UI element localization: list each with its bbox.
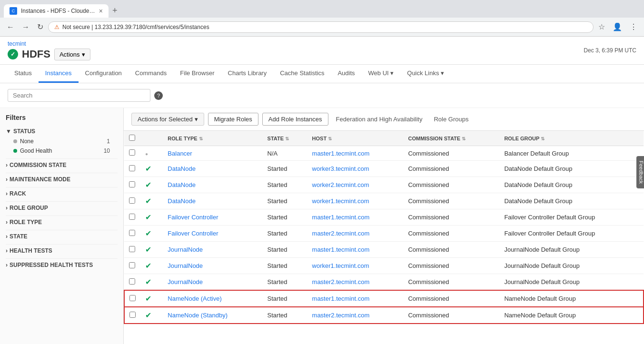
row-role-type-cell: Balancer	[163, 146, 262, 161]
host-link[interactable]: master1.tecmint.com	[312, 246, 370, 253]
row-checkbox[interactable]	[129, 295, 136, 301]
tab-file-browser[interactable]: File Browser	[173, 65, 221, 83]
filter-status-header[interactable]: ▼ STATUS	[6, 126, 118, 137]
host-link[interactable]: worker1.tecmint.com	[312, 262, 369, 269]
bookmark-button[interactable]: ☆	[595, 20, 608, 33]
tab-status[interactable]: Status	[8, 65, 39, 83]
row-state-cell: N/A	[263, 146, 307, 161]
role-type-link[interactable]: JournalNode	[168, 246, 203, 253]
row-checkbox[interactable]	[129, 246, 135, 252]
col-role-group[interactable]: Role Group ⇅	[499, 131, 644, 146]
filter-maintenance-mode[interactable]: › MAINTENANCE MODE	[6, 173, 118, 185]
tab-commands[interactable]: Commands	[129, 65, 173, 83]
filter-status-none[interactable]: None 1	[6, 137, 118, 146]
search-input[interactable]	[8, 89, 150, 102]
host-link[interactable]: master1.tecmint.com	[312, 214, 370, 221]
filter-health-tests[interactable]: › HEALTH TESTS	[6, 244, 118, 256]
browser-tab[interactable]: C Instances - HDFS - Cloudera Ma... ×	[4, 4, 109, 18]
filter-status-good[interactable]: Good Health 10	[6, 146, 118, 156]
host-link[interactable]: worker3.tecmint.com	[312, 165, 369, 172]
refresh-button[interactable]: ↻	[34, 20, 46, 33]
tab-quick-links[interactable]: Quick Links ▾	[400, 65, 451, 83]
browser-controls: ← → ↻ ⚠ Not secure | 13.233.129.39:7180/…	[0, 18, 644, 36]
tab-charts-library[interactable]: Charts Library	[221, 65, 274, 83]
tab-title: Instances - HDFS - Cloudera Ma...	[21, 8, 95, 14]
migrate-roles-button[interactable]: Migrate Roles	[208, 113, 258, 126]
role-type-link[interactable]: DataNode	[168, 165, 196, 172]
role-type-link[interactable]: DataNode	[168, 181, 196, 188]
tab-configuration[interactable]: Configuration	[79, 65, 129, 83]
federation-ha-button[interactable]: Federation and High Availability	[332, 113, 426, 125]
instances-toolbar: Actions for Selected ▾ Migrate Roles Add…	[124, 108, 644, 131]
table-row: ✔ DataNode Started worker1.tecmint.com C…	[124, 193, 644, 209]
row-role-type-cell: JournalNode	[163, 258, 262, 274]
host-link[interactable]: worker2.tecmint.com	[312, 181, 369, 188]
tab-instances[interactable]: Instances	[39, 65, 79, 83]
host-link[interactable]: master1.tecmint.com	[312, 295, 370, 302]
row-checkbox[interactable]	[129, 181, 135, 187]
role-type-link[interactable]: Failover Controller	[168, 214, 218, 221]
actions-button[interactable]: Actions ▾	[54, 49, 90, 60]
role-type-link[interactable]: DataNode	[168, 197, 196, 205]
status-green-icon: ✔	[145, 229, 151, 237]
row-checkbox[interactable]	[129, 262, 135, 268]
row-role-group-cell: DataNode Default Group	[499, 177, 644, 193]
row-commission-cell: Commissioned	[403, 258, 499, 274]
row-status-cell: ✔	[140, 258, 163, 274]
row-state-cell: Started	[263, 258, 307, 274]
tab-web-ui[interactable]: Web UI ▾	[362, 65, 401, 83]
row-checkbox[interactable]	[129, 214, 135, 220]
row-checkbox[interactable]	[129, 230, 135, 236]
help-icon[interactable]: ?	[154, 91, 163, 100]
row-host-cell: master2.tecmint.com	[307, 226, 404, 242]
tab-audits[interactable]: Audits	[331, 65, 361, 83]
role-groups-button[interactable]: Role Groups	[430, 113, 472, 125]
row-checkbox[interactable]	[129, 312, 136, 318]
col-role-type[interactable]: Role Type ⇅	[163, 131, 262, 146]
row-checkbox[interactable]	[129, 165, 135, 171]
col-host[interactable]: Host ⇅	[307, 131, 404, 146]
filter-rack[interactable]: › RACK	[6, 187, 118, 199]
actions-for-selected-button[interactable]: Actions for Selected ▾	[131, 113, 204, 126]
row-role-type-cell: JournalNode	[163, 274, 262, 291]
tab-close-button[interactable]: ×	[99, 7, 103, 15]
profile-button[interactable]: 👤	[610, 20, 625, 33]
host-link[interactable]: master2.tecmint.com	[312, 278, 370, 285]
col-commission-state[interactable]: Commission State ⇅	[403, 131, 499, 146]
col-state[interactable]: State ⇅	[263, 131, 307, 146]
instances-table: Role Type ⇅ State ⇅ Host ⇅ Commission St…	[124, 131, 644, 324]
role-type-link[interactable]: NameNode (Standby)	[168, 312, 228, 319]
filter-role-type[interactable]: › ROLE TYPE	[6, 216, 118, 228]
status-green-icon: ✔	[145, 262, 151, 270]
forward-button[interactable]: →	[19, 21, 32, 33]
add-role-instances-button[interactable]: Add Role Instances	[262, 113, 328, 126]
role-type-link[interactable]: Failover Controller	[168, 230, 218, 237]
filter-commission-state[interactable]: › COMMISSION STATE	[6, 158, 118, 171]
tab-cache-statistics[interactable]: Cache Statistics	[273, 65, 331, 83]
back-button[interactable]: ←	[4, 21, 17, 33]
row-checkbox[interactable]	[129, 278, 135, 285]
filter-state[interactable]: › STATE	[6, 230, 118, 242]
host-link[interactable]: master2.tecmint.com	[312, 230, 370, 237]
host-link[interactable]: master1.tecmint.com	[312, 150, 370, 157]
role-type-link[interactable]: JournalNode	[168, 278, 203, 285]
feedback-tab[interactable]: Feedback	[636, 156, 644, 188]
filter-suppressed-health-tests[interactable]: › SUPPRESSED HEALTH TESTS	[6, 258, 118, 271]
org-name: tecmint	[8, 40, 90, 47]
status-green-icon: ✔	[145, 165, 151, 173]
role-type-link[interactable]: NameNode (Active)	[168, 295, 221, 302]
new-tab-button[interactable]: +	[109, 4, 121, 18]
menu-button[interactable]: ⋮	[627, 20, 640, 33]
filter-role-group[interactable]: › ROLE GROUP	[6, 201, 118, 214]
row-checkbox[interactable]	[129, 149, 135, 156]
host-link[interactable]: master2.tecmint.com	[312, 312, 370, 319]
address-bar[interactable]: ⚠ Not secure | 13.233.129.39:7180/cmf/se…	[48, 21, 594, 33]
row-role-group-cell: Balancer Default Group	[499, 146, 644, 161]
row-commission-cell: Commissioned	[403, 193, 499, 209]
role-type-link[interactable]: JournalNode	[168, 262, 203, 269]
role-type-link[interactable]: Balancer	[168, 150, 192, 157]
row-role-type-cell: DataNode	[163, 161, 262, 177]
row-checkbox[interactable]	[129, 197, 135, 204]
host-link[interactable]: worker1.tecmint.com	[312, 197, 369, 205]
select-all-checkbox[interactable]	[129, 135, 135, 141]
